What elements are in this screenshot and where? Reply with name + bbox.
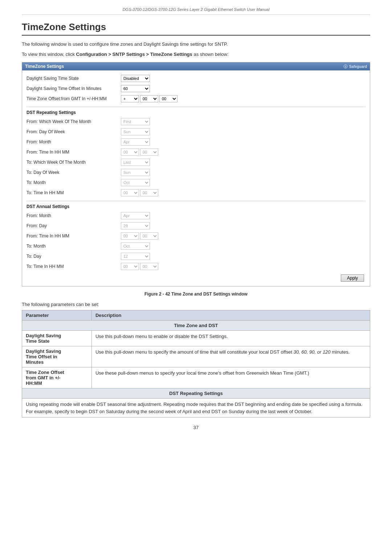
from-month-rep-control: AprJanFebMarMayJunJulAugSepOctNovDec — [121, 138, 150, 146]
page-number: 37 — [22, 425, 370, 430]
to-week-label: To: Which Week Of The Month — [26, 160, 121, 165]
table-row: Time Zone Offsetfrom GMT in +/-HH:MM Use… — [22, 367, 370, 388]
divider-1 — [26, 107, 366, 107]
to-week-row: To: Which Week Of The Month LastFirstSec… — [26, 157, 366, 167]
to-hh-rep-select[interactable]: 00 — [121, 189, 139, 196]
dst-offset-control: 60 30 90 120 — [121, 85, 150, 92]
ann-to-time-label: To: Time In HH MM — [26, 264, 121, 269]
tz-sign-select[interactable]: + - — [121, 95, 139, 102]
ann-from-time-control: 00 00 — [121, 232, 158, 240]
ann-to-month-select[interactable]: OctJanFebMarAprMayJunJulAugSepNovDec — [121, 243, 150, 250]
section-row-dst-repeating: DST Repeating Settings — [22, 388, 370, 399]
ann-to-day-label: To: Day — [26, 254, 121, 259]
param-tz-offset: Time Zone Offsetfrom GMT in +/-HH:MM — [22, 367, 92, 388]
ann-from-time-row: From: Time In HH MM 00 00 — [26, 231, 366, 241]
ann-from-month-select[interactable]: AprJanFebMarMayJunJulAugSepOctNovDec — [121, 212, 150, 219]
to-time-rep-label: To: Time In HH MM — [26, 190, 121, 195]
col-description: Description — [91, 310, 370, 321]
apply-button[interactable]: Apply — [341, 274, 364, 282]
to-month-rep-label: To: Month — [26, 180, 121, 185]
safeguard-icon: S — [343, 64, 348, 69]
from-week-select[interactable]: FirstSecondThirdFourthLast — [121, 118, 150, 125]
ann-to-hh-select[interactable]: 00 — [121, 263, 139, 270]
to-time-rep-row: To: Time In HH MM 00 00 — [26, 188, 366, 198]
fig-caption: Figure 2 - 42 Time Zone and DST Settings… — [22, 292, 370, 297]
from-day-select[interactable]: SunMonTueWedThuFriSat — [121, 128, 150, 135]
params-intro: The following parameters can be set: — [22, 302, 370, 307]
ann-from-day-label: From: Day — [26, 223, 121, 228]
ann-to-time-row: To: Time In HH MM 00 00 — [26, 261, 366, 272]
dst-state-label: Daylight Saving Time State — [26, 76, 121, 81]
param-dst-state: Daylight SavingTime State — [22, 331, 92, 346]
ann-to-day-row: To: Day 12123 — [26, 251, 366, 261]
dst-state-row: Daylight Saving Time State Disabled Enab… — [26, 73, 366, 83]
ann-to-month-row: To: Month OctJanFebMarAprMayJunJulAugSep… — [26, 241, 366, 251]
panel-title: TimeZone Settings — [25, 64, 64, 69]
ann-from-day-select[interactable]: 2912345 — [121, 222, 150, 229]
col-parameter: Parameter — [22, 310, 92, 321]
from-week-control: FirstSecondThirdFourthLast — [121, 118, 150, 125]
to-time-rep-control: 00 00 — [121, 189, 158, 196]
ann-to-mm-select[interactable]: 00 — [140, 263, 158, 270]
desc-dst-state: Use this pull-down menu to enable or dis… — [91, 331, 370, 346]
panel-body: Daylight Saving Time State Disabled Enab… — [22, 70, 370, 286]
svg-text:S: S — [345, 65, 347, 68]
from-time-rep-control: 00 00 — [121, 148, 158, 156]
ann-from-day-row: From: Day 2912345 — [26, 221, 366, 231]
dst-state-control: Disabled Enabled — [121, 75, 150, 82]
ann-from-hh-select[interactable]: 00 — [121, 232, 139, 240]
params-table: Parameter Description Time Zone and DST … — [22, 310, 370, 417]
from-week-row: From: Which Week Of The Month FirstSecon… — [26, 117, 366, 127]
tz-mm-select[interactable]: 00153045 — [159, 95, 177, 102]
dst-state-select[interactable]: Disabled Enabled — [121, 75, 150, 82]
from-month-rep-label: From: Month — [26, 139, 121, 144]
to-day-row: To: Day Of Week SunMonTueWedThuFriSat — [26, 167, 366, 178]
panel-header: TimeZone Settings S Safeguard — [22, 62, 370, 70]
from-day-label: From: Day Of Week — [26, 129, 121, 134]
ann-to-time-control: 00 00 — [121, 263, 158, 270]
to-month-rep-control: OctJanFebMarAprMayJunJulAugSepNovDec — [121, 179, 150, 186]
from-month-rep-select[interactable]: AprJanFebMarMayJunJulAugSepOctNovDec — [121, 138, 150, 146]
from-hh-rep-select[interactable]: 00 — [121, 148, 139, 156]
to-week-control: LastFirstSecondThirdFourth — [121, 159, 150, 166]
ann-from-month-label: From: Month — [26, 213, 121, 218]
dst-repeating-desc: Using repeating mode will enable DST sea… — [22, 399, 370, 417]
from-week-label: From: Which Week Of The Month — [26, 119, 121, 124]
to-day-select[interactable]: SunMonTueWedThuFriSat — [121, 169, 150, 176]
param-dst-offset: Daylight SavingTime Offset inMinutes — [22, 346, 92, 367]
to-month-rep-row: To: Month OctJanFebMarAprMayJunJulAugSep… — [26, 178, 366, 188]
section-header-dst-repeating: DST Repeating Settings — [22, 388, 370, 399]
page-title: TimeZone Settings — [22, 21, 370, 36]
ann-to-month-control: OctJanFebMarAprMayJunJulAugSepNovDec — [121, 243, 150, 250]
dst-repeating-label: DST Repeating Settings — [26, 110, 366, 115]
ann-to-month-label: To: Month — [26, 244, 121, 249]
tz-offset-control: + - 00010203 04050607 0809101112 0015304… — [121, 95, 177, 102]
to-month-rep-select[interactable]: OctJanFebMarAprMayJunJulAugSepNovDec — [121, 179, 150, 186]
dst-offset-label: Daylight Saving Time Offset In Minutes — [26, 86, 121, 91]
section-row-tz-dst: Time Zone and DST — [22, 321, 370, 331]
to-mm-rep-select[interactable]: 00 — [140, 189, 158, 196]
ann-to-day-select[interactable]: 12123 — [121, 253, 150, 260]
from-mm-rep-select[interactable]: 00 — [140, 148, 158, 156]
ann-from-mm-select[interactable]: 00 — [140, 232, 158, 240]
divider-2 — [26, 201, 366, 201]
ann-to-day-control: 12123 — [121, 253, 150, 260]
doc-header: DGS-3700-12/DGS-3700-12G Series Layer 2 … — [22, 7, 370, 15]
intro-paragraph-2: To view this window, click Configuration… — [22, 51, 370, 58]
dst-offset-select[interactable]: 60 30 90 120 — [121, 85, 150, 92]
from-day-control: SunMonTueWedThuFriSat — [121, 128, 150, 135]
intro-paragraph-1: The following window is used to configur… — [22, 41, 370, 48]
dst-annual-label: DST Annual Settings — [26, 204, 366, 209]
to-week-select[interactable]: LastFirstSecondThirdFourth — [121, 159, 150, 166]
tz-hh-select[interactable]: 00010203 04050607 0809101112 — [140, 95, 158, 102]
from-time-rep-row: From: Time In HH MM 00 00 — [26, 147, 366, 157]
from-day-row: From: Day Of Week SunMonTueWedThuFriSat — [26, 127, 366, 137]
from-time-rep-label: From: Time In HH MM — [26, 150, 121, 155]
from-month-rep-row: From: Month AprJanFebMarMayJunJulAugSepO… — [26, 137, 366, 147]
tz-offset-label: Time Zone Offset:from GMT In +/-HH:MM — [26, 96, 121, 101]
table-row: Daylight SavingTime Offset inMinutes Use… — [22, 346, 370, 367]
to-day-control: SunMonTueWedThuFriSat — [121, 169, 150, 176]
section-header-tz-dst: Time Zone and DST — [22, 321, 370, 331]
tz-offset-row: Time Zone Offset:from GMT In +/-HH:MM + … — [26, 94, 366, 104]
ann-from-day-control: 2912345 — [121, 222, 150, 229]
